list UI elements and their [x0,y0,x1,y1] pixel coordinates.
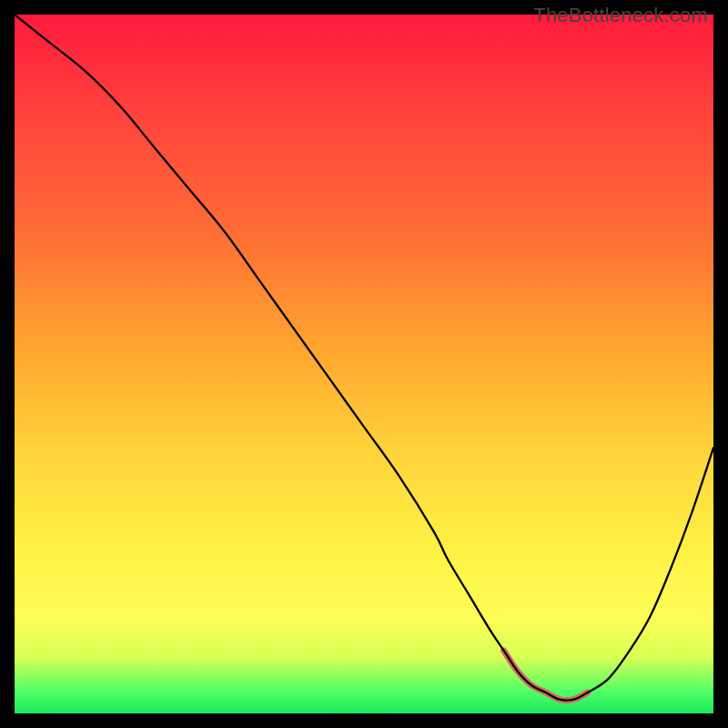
chart-svg [15,15,713,713]
watermark-text: TheBottleneck.com [533,4,708,27]
chart-frame [15,15,713,713]
bottleneck-curve-line [15,15,713,701]
